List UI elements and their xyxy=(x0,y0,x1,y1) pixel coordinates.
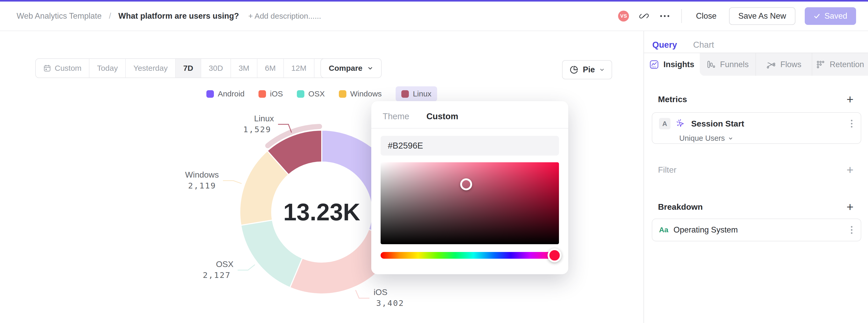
pie-chart-icon xyxy=(569,65,579,74)
page-title[interactable]: What platform are users using? xyxy=(119,11,239,21)
pie-label-ios: iOS xyxy=(374,288,388,297)
tab-theme[interactable]: Theme xyxy=(383,111,409,121)
breadcrumb-root[interactable]: Web Analytics Template xyxy=(17,11,102,21)
more-options-button[interactable] xyxy=(659,10,671,22)
report-type-tabs: InsightsFunnelsFlowsRetention xyxy=(644,53,868,76)
hue-slider[interactable] xyxy=(381,252,559,259)
compare-label: Compare xyxy=(329,64,363,73)
aggregation-label: Unique Users xyxy=(679,134,725,142)
legend-swatch xyxy=(297,90,304,98)
breakdown-section-header: Breakdown + xyxy=(658,201,854,213)
date-range-today[interactable]: Today xyxy=(89,59,125,77)
legend-swatch xyxy=(339,90,346,98)
add-filter-button[interactable]: + xyxy=(846,164,854,176)
subtab-label: Flows xyxy=(780,60,801,69)
subtab-label: Funnels xyxy=(720,60,748,69)
date-range-yesterday[interactable]: Yesterday xyxy=(125,59,175,77)
insights-icon xyxy=(649,60,659,69)
date-range-30d[interactable]: 30D xyxy=(201,59,230,77)
aggregation-dropdown[interactable]: Unique Users xyxy=(679,134,854,142)
string-property-icon: Aa xyxy=(659,226,669,234)
legend-swatch xyxy=(401,90,409,98)
date-range-label: 3M xyxy=(239,64,249,73)
subtab-funnels[interactable]: Funnels xyxy=(700,53,755,76)
retention-icon xyxy=(816,60,825,69)
close-button[interactable]: Close xyxy=(693,11,719,21)
date-range-12m[interactable]: 12M xyxy=(283,59,314,77)
date-range-label: Custom xyxy=(55,64,82,73)
sidebar-tabs: Query Chart xyxy=(644,31,868,53)
add-breakdown-button[interactable]: + xyxy=(846,201,854,213)
pie-label-linux: Linux xyxy=(254,114,274,123)
pie-label-osx: OSX xyxy=(216,259,234,269)
pie-slice-osx[interactable] xyxy=(241,220,302,288)
saturation-value-area[interactable] xyxy=(381,162,559,244)
tab-chart-label: Chart xyxy=(693,40,714,50)
add-metric-button[interactable]: + xyxy=(846,93,854,105)
picker-divider xyxy=(371,128,568,129)
chart-type-button[interactable]: Pie xyxy=(562,60,612,79)
legend-item-osx[interactable]: OSX xyxy=(297,86,324,101)
date-range-label: 6M xyxy=(265,64,276,73)
color-picker-tabs: Theme Custom xyxy=(381,108,559,121)
hue-slider-handle[interactable] xyxy=(548,248,562,262)
metric-name: Session Start xyxy=(691,119,744,129)
subtab-flows[interactable]: Flows xyxy=(755,53,812,76)
legend-swatch xyxy=(206,90,214,98)
legend-item-windows[interactable]: Windows xyxy=(339,86,382,101)
donut-center-total: 13.23K xyxy=(283,199,360,225)
tab-chart[interactable]: Chart xyxy=(693,37,714,53)
chevron-down-icon xyxy=(728,136,733,141)
breakdown-card[interactable]: Aa Operating System xyxy=(652,219,861,241)
legend-swatch xyxy=(258,90,266,98)
compare-button[interactable]: Compare xyxy=(320,58,382,78)
legend-item-android[interactable]: Android xyxy=(206,86,245,101)
filter-section-header: Filter + xyxy=(658,164,854,176)
subtab-label: Retention xyxy=(830,60,864,69)
breadcrumb-separator: / xyxy=(109,11,111,21)
legend-label: iOS xyxy=(270,90,283,98)
breakdown-property-name: Operating System xyxy=(674,225,738,235)
metrics-section-header: Metrics + xyxy=(658,93,854,105)
avatar[interactable]: VS xyxy=(618,11,629,22)
tab-custom[interactable]: Custom xyxy=(427,111,458,121)
pie-value-windows: 2,119 xyxy=(188,181,216,190)
date-range-custom[interactable]: Custom xyxy=(36,59,89,77)
color-cursor[interactable] xyxy=(460,179,472,190)
header-divider xyxy=(681,9,682,23)
subtab-insights[interactable]: Insights xyxy=(644,53,700,76)
legend-item-ios[interactable]: iOS xyxy=(258,86,283,101)
saved-button[interactable]: Saved xyxy=(805,7,856,25)
date-range-6m[interactable]: 6M xyxy=(257,59,283,77)
label-leader-line xyxy=(238,265,255,270)
pie-label-windows: Windows xyxy=(185,170,219,180)
chevron-down-icon xyxy=(367,65,373,71)
save-as-new-button[interactable]: Save As New xyxy=(729,7,796,25)
date-range-control: CustomTodayYesterday7D30D3M6M12MXTD xyxy=(35,58,355,78)
date-range-label: Today xyxy=(97,64,118,73)
tab-query[interactable]: Query xyxy=(652,37,677,53)
metric-options-kebab[interactable] xyxy=(849,118,854,129)
chevron-down-icon xyxy=(599,67,605,73)
add-description-link[interactable]: + Add description...... xyxy=(248,12,321,21)
calendar-icon xyxy=(43,64,51,72)
date-range-3m[interactable]: 3M xyxy=(230,59,257,77)
date-range-label: 12M xyxy=(291,64,306,73)
pie-value-osx: 2,127 xyxy=(203,270,231,280)
breakdown-title: Breakdown xyxy=(658,202,703,212)
breakdown-row: Aa Operating System xyxy=(659,225,854,235)
date-range-7d[interactable]: 7D xyxy=(175,59,201,77)
date-range-label: 7D xyxy=(183,64,193,73)
ellipsis-icon xyxy=(659,14,670,18)
legend-item-linux[interactable]: Linux xyxy=(396,86,437,101)
metric-card[interactable]: A Session Start Unique Users xyxy=(652,112,861,144)
share-link-button[interactable] xyxy=(638,10,650,22)
hex-color-input[interactable]: #B2596E xyxy=(381,136,559,156)
date-range-label: 30D xyxy=(209,64,223,73)
query-sidebar: Query Chart InsightsFunnelsFlowsRetentio… xyxy=(644,31,868,323)
breakdown-options-kebab[interactable] xyxy=(849,225,854,235)
metrics-title: Metrics xyxy=(658,95,687,104)
metric-row: A Session Start xyxy=(659,118,854,129)
subtab-retention[interactable]: Retention xyxy=(812,53,868,76)
date-range-label: Yesterday xyxy=(133,64,167,73)
